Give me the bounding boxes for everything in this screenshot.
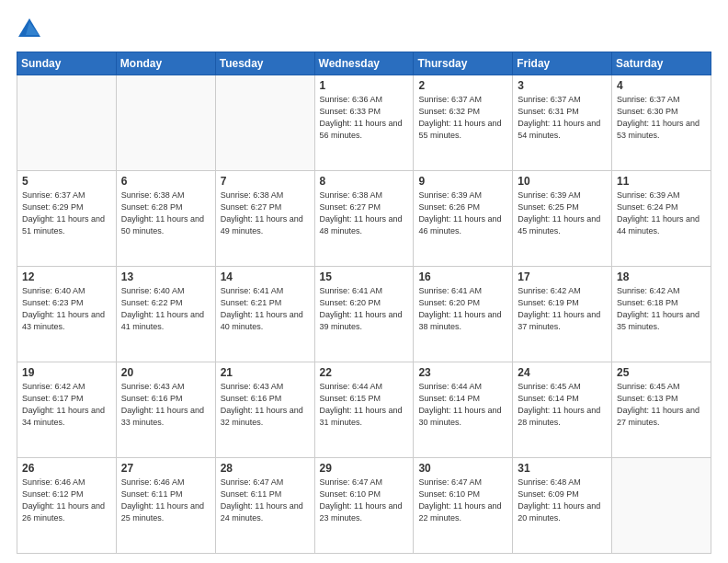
calendar-day-19: 19Sunrise: 6:42 AMSunset: 6:17 PMDayligh… — [17, 362, 117, 458]
day-number: 18 — [617, 270, 706, 283]
day-number: 26 — [22, 462, 111, 475]
calendar-day-30: 30Sunrise: 6:47 AMSunset: 6:10 PMDayligh… — [414, 458, 513, 554]
calendar-day-22: 22Sunrise: 6:44 AMSunset: 6:15 PMDayligh… — [314, 362, 414, 458]
calendar-day-2: 2Sunrise: 6:37 AMSunset: 6:32 PMDaylight… — [414, 75, 513, 171]
calendar-week-row: 5Sunrise: 6:37 AMSunset: 6:29 PMDaylight… — [17, 171, 711, 267]
calendar-day-17: 17Sunrise: 6:42 AMSunset: 6:19 PMDayligh… — [513, 267, 612, 362]
cell-details: Sunrise: 6:44 AMSunset: 6:14 PMDaylight:… — [418, 382, 501, 427]
calendar-day-5: 5Sunrise: 6:37 AMSunset: 6:29 PMDaylight… — [17, 171, 117, 267]
weekday-header-tuesday: Tuesday — [215, 52, 314, 75]
day-number: 8 — [320, 175, 409, 188]
cell-details: Sunrise: 6:36 AMSunset: 6:33 PMDaylight:… — [320, 95, 403, 140]
weekday-header-friday: Friday — [513, 52, 612, 75]
logo-icon — [17, 17, 42, 42]
weekday-header-monday: Monday — [116, 52, 215, 75]
day-number: 20 — [121, 366, 210, 379]
cell-details: Sunrise: 6:40 AMSunset: 6:22 PMDaylight:… — [121, 286, 204, 331]
day-number: 28 — [221, 462, 310, 475]
calendar-day-25: 25Sunrise: 6:45 AMSunset: 6:13 PMDayligh… — [612, 362, 711, 458]
day-number: 9 — [418, 175, 507, 188]
calendar-week-row: 19Sunrise: 6:42 AMSunset: 6:17 PMDayligh… — [17, 362, 711, 458]
day-number: 24 — [518, 366, 607, 379]
calendar-day-24: 24Sunrise: 6:45 AMSunset: 6:14 PMDayligh… — [513, 362, 612, 458]
cell-details: Sunrise: 6:43 AMSunset: 6:16 PMDaylight:… — [221, 382, 303, 427]
weekday-header-wednesday: Wednesday — [314, 52, 414, 75]
day-number: 17 — [518, 270, 607, 283]
cell-details: Sunrise: 6:41 AMSunset: 6:21 PMDaylight:… — [221, 286, 303, 331]
day-number: 1 — [320, 79, 409, 92]
calendar-day-14: 14Sunrise: 6:41 AMSunset: 6:21 PMDayligh… — [215, 267, 314, 362]
cell-details: Sunrise: 6:42 AMSunset: 6:17 PMDaylight:… — [22, 382, 105, 427]
cell-details: Sunrise: 6:44 AMSunset: 6:15 PMDaylight:… — [320, 382, 403, 427]
cell-details: Sunrise: 6:47 AMSunset: 6:10 PMDaylight:… — [418, 477, 501, 523]
day-number: 29 — [320, 462, 409, 475]
cell-details: Sunrise: 6:42 AMSunset: 6:19 PMDaylight:… — [518, 286, 600, 331]
header — [17, 17, 711, 42]
calendar-day-1: 1Sunrise: 6:36 AMSunset: 6:33 PMDaylight… — [314, 75, 414, 171]
day-number: 31 — [518, 462, 607, 475]
cell-details: Sunrise: 6:47 AMSunset: 6:11 PMDaylight:… — [221, 477, 303, 523]
calendar-day-empty — [116, 75, 215, 171]
weekday-header-sunday: Sunday — [17, 52, 117, 75]
calendar-week-row: 1Sunrise: 6:36 AMSunset: 6:33 PMDaylight… — [17, 75, 711, 171]
cell-details: Sunrise: 6:48 AMSunset: 6:09 PMDaylight:… — [518, 477, 600, 523]
day-number: 6 — [121, 175, 210, 188]
calendar-day-15: 15Sunrise: 6:41 AMSunset: 6:20 PMDayligh… — [314, 267, 414, 362]
calendar-day-28: 28Sunrise: 6:47 AMSunset: 6:11 PMDayligh… — [215, 458, 314, 554]
calendar-day-20: 20Sunrise: 6:43 AMSunset: 6:16 PMDayligh… — [116, 362, 215, 458]
cell-details: Sunrise: 6:41 AMSunset: 6:20 PMDaylight:… — [418, 286, 501, 331]
day-number: 25 — [617, 366, 706, 379]
calendar-day-13: 13Sunrise: 6:40 AMSunset: 6:22 PMDayligh… — [116, 267, 215, 362]
day-number: 19 — [22, 366, 111, 379]
cell-details: Sunrise: 6:40 AMSunset: 6:23 PMDaylight:… — [22, 286, 105, 331]
cell-details: Sunrise: 6:37 AMSunset: 6:29 PMDaylight:… — [22, 190, 105, 236]
calendar-day-29: 29Sunrise: 6:47 AMSunset: 6:10 PMDayligh… — [314, 458, 414, 554]
calendar-day-empty — [17, 75, 117, 171]
cell-details: Sunrise: 6:41 AMSunset: 6:20 PMDaylight:… — [320, 286, 403, 331]
calendar-day-3: 3Sunrise: 6:37 AMSunset: 6:31 PMDaylight… — [513, 75, 612, 171]
day-number: 15 — [320, 270, 409, 283]
day-number: 13 — [121, 270, 210, 283]
day-number: 30 — [418, 462, 507, 475]
day-number: 7 — [221, 175, 310, 188]
day-number: 2 — [418, 79, 507, 92]
cell-details: Sunrise: 6:37 AMSunset: 6:30 PMDaylight:… — [617, 95, 700, 140]
day-number: 23 — [418, 366, 507, 379]
cell-details: Sunrise: 6:43 AMSunset: 6:16 PMDaylight:… — [121, 382, 204, 427]
calendar-day-26: 26Sunrise: 6:46 AMSunset: 6:12 PMDayligh… — [17, 458, 117, 554]
cell-details: Sunrise: 6:42 AMSunset: 6:18 PMDaylight:… — [617, 286, 700, 331]
day-number: 10 — [518, 175, 607, 188]
day-number: 4 — [617, 79, 706, 92]
day-number: 27 — [121, 462, 210, 475]
day-number: 14 — [221, 270, 310, 283]
day-number: 12 — [22, 270, 111, 283]
cell-details: Sunrise: 6:45 AMSunset: 6:14 PMDaylight:… — [518, 382, 600, 427]
calendar-day-11: 11Sunrise: 6:39 AMSunset: 6:24 PMDayligh… — [612, 171, 711, 267]
calendar-table: SundayMondayTuesdayWednesdayThursdayFrid… — [17, 52, 711, 554]
day-number: 11 — [617, 175, 706, 188]
cell-details: Sunrise: 6:38 AMSunset: 6:27 PMDaylight:… — [221, 190, 303, 236]
calendar-day-4: 4Sunrise: 6:37 AMSunset: 6:30 PMDaylight… — [612, 75, 711, 171]
day-number: 5 — [22, 175, 111, 188]
cell-details: Sunrise: 6:39 AMSunset: 6:25 PMDaylight:… — [518, 190, 600, 236]
day-number: 16 — [418, 270, 507, 283]
cell-details: Sunrise: 6:37 AMSunset: 6:31 PMDaylight:… — [518, 95, 600, 140]
calendar-day-23: 23Sunrise: 6:44 AMSunset: 6:14 PMDayligh… — [414, 362, 513, 458]
calendar-day-empty — [215, 75, 314, 171]
calendar-day-31: 31Sunrise: 6:48 AMSunset: 6:09 PMDayligh… — [513, 458, 612, 554]
cell-details: Sunrise: 6:38 AMSunset: 6:27 PMDaylight:… — [320, 190, 403, 236]
weekday-header-saturday: Saturday — [612, 52, 711, 75]
calendar-day-16: 16Sunrise: 6:41 AMSunset: 6:20 PMDayligh… — [414, 267, 513, 362]
day-number: 21 — [221, 366, 310, 379]
cell-details: Sunrise: 6:46 AMSunset: 6:12 PMDaylight:… — [22, 477, 105, 523]
calendar-day-27: 27Sunrise: 6:46 AMSunset: 6:11 PMDayligh… — [116, 458, 215, 554]
calendar-day-18: 18Sunrise: 6:42 AMSunset: 6:18 PMDayligh… — [612, 267, 711, 362]
calendar-day-7: 7Sunrise: 6:38 AMSunset: 6:27 PMDaylight… — [215, 171, 314, 267]
cell-details: Sunrise: 6:46 AMSunset: 6:11 PMDaylight:… — [121, 477, 204, 523]
calendar-day-6: 6Sunrise: 6:38 AMSunset: 6:28 PMDaylight… — [116, 171, 215, 267]
page: SundayMondayTuesdayWednesdayThursdayFrid… — [0, 0, 728, 563]
calendar-day-8: 8Sunrise: 6:38 AMSunset: 6:27 PMDaylight… — [314, 171, 414, 267]
cell-details: Sunrise: 6:45 AMSunset: 6:13 PMDaylight:… — [617, 382, 700, 427]
cell-details: Sunrise: 6:37 AMSunset: 6:32 PMDaylight:… — [418, 95, 501, 140]
calendar-header-row: SundayMondayTuesdayWednesdayThursdayFrid… — [17, 52, 711, 75]
